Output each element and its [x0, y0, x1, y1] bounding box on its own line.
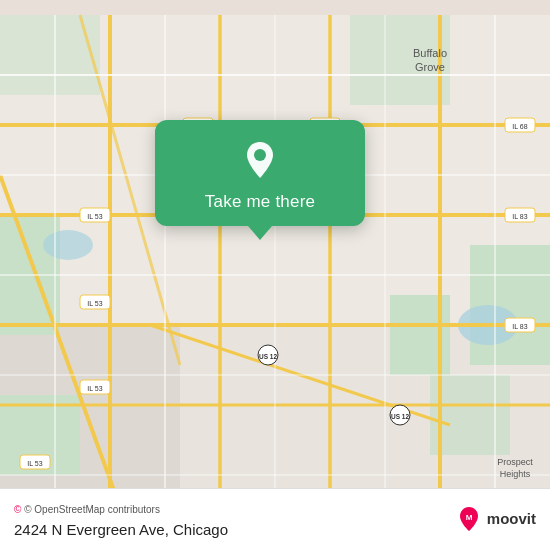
moovit-label: moovit	[487, 510, 536, 527]
svg-text:IL 53: IL 53	[87, 300, 102, 307]
svg-text:IL 53: IL 53	[87, 213, 102, 220]
svg-text:US 12: US 12	[391, 413, 409, 420]
svg-text:Heights: Heights	[500, 469, 531, 479]
map-background: IL 68 IL 68 IL 68 IL 53 IL 53 IL 53 IL 5…	[0, 0, 550, 550]
svg-text:IL 68: IL 68	[512, 123, 527, 130]
take-me-there-label: Take me there	[205, 192, 315, 212]
svg-text:Grove: Grove	[415, 61, 445, 73]
svg-text:M: M	[465, 513, 472, 522]
svg-text:IL 53: IL 53	[27, 460, 42, 467]
location-tooltip[interactable]: Take me there	[155, 120, 365, 226]
osm-attribution: © © OpenStreetMap contributors	[14, 499, 228, 517]
svg-text:Buffalo: Buffalo	[413, 47, 447, 59]
svg-rect-6	[470, 245, 550, 365]
location-pin-icon	[238, 138, 282, 182]
svg-text:IL 53: IL 53	[87, 385, 102, 392]
moovit-logo: M moovit	[455, 505, 536, 533]
svg-text:Prospect: Prospect	[497, 457, 533, 467]
svg-text:IL 83: IL 83	[512, 323, 527, 330]
svg-text:IL 83: IL 83	[512, 213, 527, 220]
svg-point-60	[254, 149, 266, 161]
svg-rect-9	[350, 15, 450, 105]
map-container: IL 68 IL 68 IL 68 IL 53 IL 53 IL 53 IL 5…	[0, 0, 550, 550]
osm-attribution-text: © © OpenStreetMap contributors	[14, 504, 160, 515]
bottom-bar: © © OpenStreetMap contributors 2424 N Ev…	[0, 488, 550, 550]
svg-rect-10	[0, 15, 100, 95]
svg-text:US 12: US 12	[259, 353, 277, 360]
moovit-icon: M	[455, 505, 483, 533]
copyright-symbol: ©	[14, 504, 21, 515]
address-label: 2424 N Evergreen Ave, Chicago	[14, 521, 228, 538]
svg-point-12	[43, 230, 93, 260]
